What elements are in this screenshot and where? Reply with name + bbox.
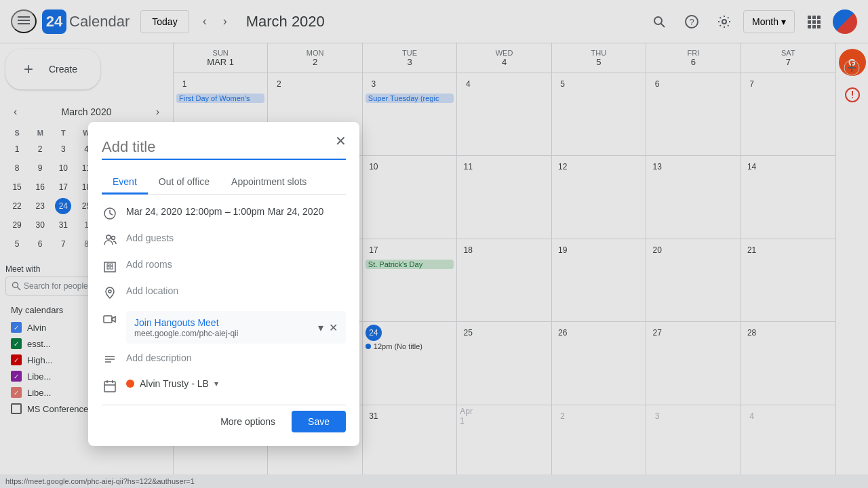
svg-rect-40 [104, 382, 115, 392]
calendar-selector: Alvin Trusty - LB ▾ [126, 378, 346, 389]
calendar-dropdown-arrow: ▾ [214, 379, 218, 388]
guests-row: Add guests [102, 232, 346, 250]
description-row: Add description [102, 352, 346, 370]
people-icon [102, 233, 118, 250]
building-icon [102, 260, 118, 277]
modal-footer: More options Save [102, 405, 346, 432]
hangouts-remove-button[interactable]: ✕ [329, 321, 338, 334]
svg-point-35 [108, 290, 111, 293]
date-start[interactable]: Mar 24, 2020 [126, 206, 182, 217]
save-button[interactable]: Save [292, 411, 346, 432]
event-title-input[interactable] [102, 136, 346, 160]
more-options-button[interactable]: More options [212, 411, 283, 432]
modal-tabs: Event Out of office Appointment slots [102, 171, 346, 195]
svg-rect-31 [107, 266, 109, 269]
location-row: Add location [102, 285, 346, 303]
calendar-selector-button[interactable]: Alvin Trusty - LB ▾ [126, 378, 346, 389]
description-icon [102, 353, 118, 370]
calendar-row: Alvin Trusty - LB ▾ [102, 378, 346, 396]
location-content: Add location [126, 285, 346, 297]
guests-content: Add guests [126, 232, 346, 244]
calendar-color-dot [126, 380, 134, 388]
hangouts-row: Join Hangouts Meet meet.google.com/phc-a… [102, 311, 346, 344]
time-sep: – [225, 206, 233, 217]
modal-close-button[interactable]: ✕ [330, 130, 351, 152]
rooms-row: Add rooms [102, 258, 346, 277]
add-location-placeholder[interactable]: Add location [126, 285, 178, 296]
datetime-row: Mar 24, 2020 12:00pm – 1:00pm Mar 24, 20… [102, 205, 346, 224]
description-content: Add description [126, 352, 346, 364]
add-rooms-placeholder[interactable]: Add rooms [126, 259, 172, 270]
clock-icon [102, 207, 118, 224]
calendar-icon-row [102, 380, 118, 396]
hangouts-url: meet.google.com/phc-aiej-qii [134, 329, 238, 338]
hangouts-content: Join Hangouts Meet meet.google.com/phc-a… [126, 311, 346, 344]
hangouts-link-row: Join Hangouts Meet meet.google.com/phc-a… [126, 311, 346, 344]
calendar-name: Alvin Trusty - LB [140, 378, 209, 389]
time-start[interactable]: 12:00pm [185, 206, 222, 217]
video-icon [102, 312, 118, 329]
rooms-content: Add rooms [126, 258, 346, 270]
event-modal: ✕ Event Out of office Appointment slots … [88, 122, 359, 446]
svg-rect-30 [104, 262, 115, 272]
hangouts-expand-button[interactable]: ▾ [318, 321, 323, 334]
hangouts-meet-link[interactable]: Join Hangouts Meet [134, 317, 219, 328]
svg-point-28 [106, 235, 111, 239]
hangouts-link-content: Join Hangouts Meet meet.google.com/phc-a… [134, 317, 238, 338]
svg-rect-36 [104, 316, 112, 323]
date-end[interactable]: Mar 24, 2020 [268, 206, 324, 217]
svg-line-27 [110, 214, 113, 215]
add-description-placeholder[interactable]: Add description [126, 352, 192, 363]
location-icon [102, 286, 118, 303]
datetime-content: Mar 24, 2020 12:00pm – 1:00pm Mar 24, 20… [126, 205, 346, 218]
tab-out-of-office[interactable]: Out of office [148, 171, 220, 195]
time-end[interactable]: 1:00pm [233, 206, 265, 217]
svg-rect-33 [107, 264, 109, 266]
tab-event[interactable]: Event [102, 171, 148, 195]
svg-rect-34 [111, 264, 113, 266]
add-guests-placeholder[interactable]: Add guests [126, 232, 174, 243]
svg-rect-32 [111, 266, 113, 269]
tab-appointment-slots[interactable]: Appointment slots [220, 171, 317, 195]
svg-point-29 [112, 237, 115, 240]
